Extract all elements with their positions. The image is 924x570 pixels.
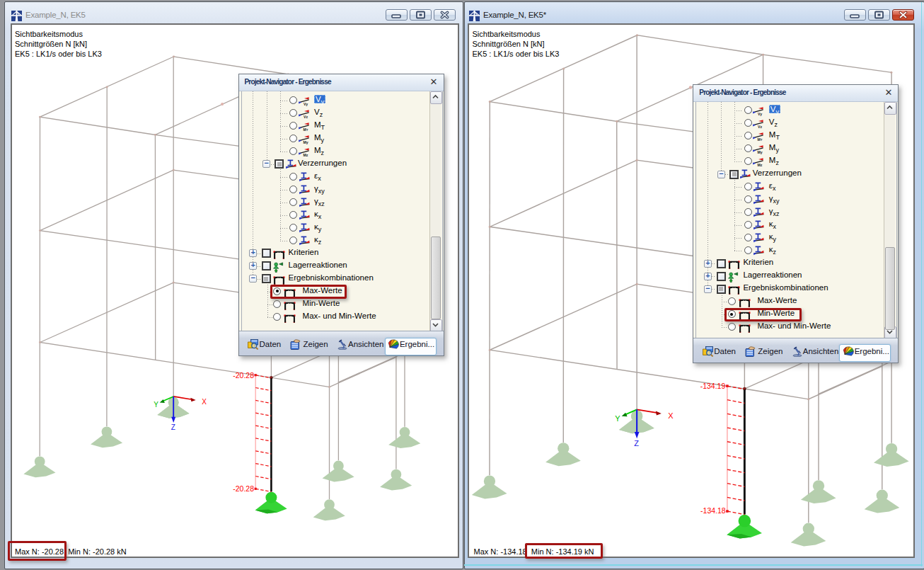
- svg-text:Vy: Vy: [758, 112, 762, 116]
- svg-text:-134.19: -134.19: [700, 382, 725, 390]
- svg-text:MT: MT: [758, 137, 763, 142]
- svg-text:-134.18: -134.18: [700, 506, 726, 514]
- svg-text:Mz: Mz: [758, 163, 763, 167]
- svg-text:My: My: [758, 150, 763, 154]
- svg-text:-20.28: -20.28: [233, 484, 254, 492]
- svg-text:Vz: Vz: [303, 115, 307, 119]
- svg-text:My: My: [303, 140, 308, 144]
- svg-text:Vz: Vz: [758, 125, 762, 129]
- svg-text:Mz: Mz: [303, 153, 308, 157]
- svg-text:Vy: Vy: [303, 102, 307, 106]
- svg-text:-20.28: -20.28: [233, 370, 254, 379]
- svg-text:MT: MT: [303, 127, 308, 132]
